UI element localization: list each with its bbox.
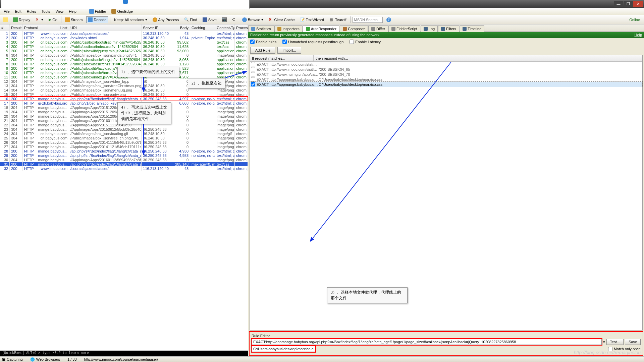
session-row[interactable]: 6304HTTPcn.babybus.com/Public/images/box…: [0, 53, 248, 57]
rules-grid[interactable]: If request matches... then respond with.…: [250, 55, 643, 330]
stream-button[interactable]: Stream: [63, 16, 84, 23]
help-button[interactable]: ?: [385, 16, 393, 23]
remove-button[interactable]: ✕▾: [34, 16, 45, 23]
tab-autoresponder[interactable]: AutoResponder: [303, 25, 339, 32]
session-row[interactable]: 31200HTTPappmange.babybus.../api.php?s=/…: [0, 162, 248, 166]
session-row[interactable]: 30304HTTPappmange.babybus...//AppImage/A…: [0, 158, 248, 162]
globe-icon: 🌐: [30, 357, 35, 362]
match-input[interactable]: [252, 339, 602, 345]
respond-input[interactable]: [252, 346, 315, 352]
session-row[interactable]: 23304HTTPappmange.babybus...//AppImage/A…: [0, 127, 248, 131]
session-row[interactable]: 8200HTTPcn.babybus.com/Public/js/box/bas…: [0, 62, 248, 66]
menu-rules[interactable]: Rules: [24, 9, 39, 14]
tab-statistics[interactable]: Statistics: [248, 25, 274, 32]
session-row[interactable]: 25304HTTPcn.babybus.com/Public/images/bo…: [0, 136, 248, 140]
rule-row[interactable]: EXACT:http://www.imooc.com/visitlog/inde…: [250, 67, 642, 72]
col-respond[interactable]: then respond with...: [314, 55, 642, 61]
add-rule-button[interactable]: Add Rule: [250, 47, 275, 54]
enable-rules-check[interactable]: Enable rules: [250, 40, 276, 44]
tab-filters[interactable]: Filters: [438, 25, 459, 32]
timer-button[interactable]: ⏱: [230, 16, 238, 23]
col-num[interactable]: #: [0, 24, 10, 31]
rule-row[interactable]: EXACT:http://www.imooc.com/static/page/c…: [250, 62, 642, 67]
session-row[interactable]: 24304HTTPcn.babybus.com/Public/images/bo…: [0, 131, 248, 136]
col-match[interactable]: If request matches...: [250, 55, 314, 61]
help-icon: ?: [386, 17, 391, 22]
screenshot-button[interactable]: 📷: [220, 16, 228, 23]
minimize-button[interactable]: —: [614, 1, 623, 7]
session-row[interactable]: 15304HTTPcn.babybus.com/Public/images/bo…: [0, 92, 248, 97]
match-dropdown[interactable]: ▾: [603, 340, 605, 344]
session-count: 1 / 33: [67, 357, 77, 361]
save-button[interactable]: Save: [201, 16, 218, 23]
menu-geoedge[interactable]: GeoEdge: [109, 8, 135, 14]
tab-timeline[interactable]: Timeline: [460, 25, 484, 32]
comment-button[interactable]: [1, 16, 9, 23]
replay-button[interactable]: Replay: [11, 16, 32, 23]
tearoff-button[interactable]: ▤Tearoff: [328, 16, 348, 23]
menu-help[interactable]: Help: [66, 9, 79, 14]
col-protocol[interactable]: Protocol: [23, 24, 38, 31]
decode-button[interactable]: Decode: [86, 16, 108, 23]
tab-log[interactable]: Log: [421, 25, 438, 32]
help-link[interactable]: Help: [634, 33, 642, 37]
textwizard-button[interactable]: 📝TextWizard: [299, 16, 326, 23]
col-body[interactable]: Body: [174, 24, 190, 31]
col-ip[interactable]: Server IP: [142, 24, 174, 31]
save-rule-button[interactable]: Save: [625, 339, 641, 345]
col-host[interactable]: Host: [38, 24, 69, 31]
capturing-indicator[interactable]: ▣Capturing: [2, 357, 23, 362]
session-row[interactable]: 29200HTTPappmange.babybus.../api.php?s=/…: [0, 153, 248, 158]
session-row[interactable]: 7200HTTPcn.babybus.com/Public/js/box/bas…: [0, 57, 248, 62]
browsers-indicator[interactable]: 🌐Web Browsers: [30, 357, 60, 362]
msdn-search-input[interactable]: [353, 17, 383, 23]
menu-fiddler[interactable]: Fiddler: [87, 8, 109, 14]
tab-composer[interactable]: Composer: [340, 25, 368, 32]
session-row[interactable]: 2200HTTPcn.babybus.com/box/index.shtml36…: [0, 36, 248, 40]
geoedge-icon: [111, 9, 116, 14]
session-row[interactable]: 28200HTTPappmange.babybus.../api.php?s=/…: [0, 149, 248, 153]
rule-row[interactable]: EXACT:http://appmange.babybus.org/api.p.…: [250, 77, 642, 82]
maximize-button[interactable]: ❐: [624, 1, 633, 7]
session-row[interactable]: 16200HTTPappmange.babybus.../api.php?s=/…: [0, 97, 248, 101]
quickexec[interactable]: [QuickExec] ALT+Q > type HELP to learn m…: [0, 351, 248, 356]
browse-icon: [242, 17, 247, 22]
menu-tools[interactable]: Tools: [39, 9, 53, 14]
menu-file[interactable]: File: [1, 9, 12, 14]
session-row[interactable]: 4200HTTPcn.babybus.com/Public/css/box/in…: [0, 44, 248, 49]
remove-icon: ✕: [36, 17, 40, 22]
rule-row[interactable]: EXACT:http://appmange.babybus.org/api.p.…: [250, 82, 642, 87]
close-button[interactable]: ✕: [633, 1, 643, 7]
col-result[interactable]: Result: [10, 24, 23, 31]
titlebar: Fiddler Web Debugger — ❐ ✕: [0, 0, 644, 8]
test-button[interactable]: Test...: [606, 339, 624, 345]
session-row[interactable]: 32200HTTPwww.imooc.com/course/ajaxmediau…: [0, 166, 248, 171]
enable-latency-check[interactable]: Enable Latency: [350, 40, 381, 44]
session-row[interactable]: 5200HTTPcn.babybus.com/Public/js/box/lib…: [0, 49, 248, 53]
col-caching[interactable]: Caching: [190, 24, 215, 31]
session-row[interactable]: 1200HTTPwww.imooc.com/course/ajaxmediaus…: [0, 31, 248, 36]
clock-icon: ⏱: [232, 17, 237, 22]
find-button[interactable]: 🔍Find: [182, 16, 199, 23]
menu-view[interactable]: View: [53, 9, 66, 14]
status-url: http://www.imooc.com/course/ajaxmediause…: [84, 357, 158, 361]
col-contenttype[interactable]: Content-Type: [215, 24, 235, 31]
menu-edit[interactable]: Edit: [13, 9, 24, 14]
tab-fiddlerscript[interactable]: FiddlerScript: [388, 25, 420, 32]
session-row[interactable]: 27304HTTPappmange.babybus...//AppImage/A…: [0, 144, 248, 149]
clear-cache-button[interactable]: ✖Clear Cache: [267, 16, 297, 23]
import-button[interactable]: Import...: [277, 47, 301, 54]
keep-sessions-dropdown[interactable]: Keep: All sessions ▾: [112, 16, 149, 23]
process-filter-button[interactable]: Any Process: [151, 16, 181, 23]
session-row[interactable]: 3200HTTPcn.babybus.com/Public/css/box/bo…: [0, 40, 248, 44]
browse-button[interactable]: Browse ▾: [240, 16, 265, 23]
unmatched-passthrough-check[interactable]: Unmatched requests passthrough: [282, 40, 343, 44]
session-list-panel: # Result Protocol Host URL Server IP Bod…: [0, 24, 248, 356]
col-url[interactable]: URL: [69, 24, 142, 31]
rule-row[interactable]: EXACT:http://www.huimg.cn/app/category/.…: [250, 72, 642, 77]
session-row[interactable]: 26304HTTPappmange.babybus...//AppImage/A…: [0, 140, 248, 144]
go-button[interactable]: ▶Go: [47, 16, 59, 23]
tab-differ[interactable]: Differ: [368, 25, 388, 32]
tab-inspectors[interactable]: Inspectors: [274, 25, 303, 32]
col-process[interactable]: Process: [235, 24, 248, 31]
